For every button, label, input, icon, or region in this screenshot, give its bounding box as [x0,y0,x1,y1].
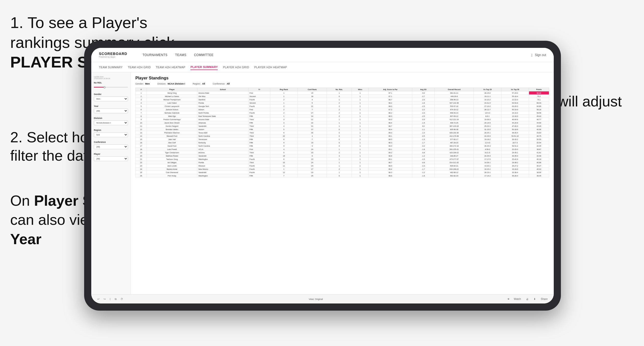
sidebar: Update time: 27/03/2024 16:56:26 No Rds. [91,72,131,294]
toolbar-view-label: View: Original [309,298,323,300]
table-row: 26 Petr Hruby Washington Fifth 7 25 0 1 … [136,174,549,177]
table-row: 18 Luke Powell UCLA First 4 24 1 1 69.1 … [136,148,549,151]
conference-select[interactable]: (All) [94,144,128,149]
copy-btn[interactable]: ⧉ [114,297,118,301]
sign-out-link[interactable]: Sign out [535,53,546,57]
player-select[interactable]: (All) [94,156,128,161]
table-row: 21 Taehoon Song Washington Fourth 6 23 1… [136,158,549,161]
sidebar-player: Player (All) [94,153,128,161]
brand-sub: Powered by dippd [99,56,115,58]
col-reg-rank: Reg Rank [270,88,298,91]
redo-btn[interactable]: ↪ [102,297,107,301]
table-row: 6 Jackson Koivun Auburn First 2 7 2 1 67… [136,108,549,111]
app-navbar: SCOREBOARD Powered by dippd TOURNAMENTS … [91,48,554,62]
filter-division: Division: NCAA Division I [158,82,185,85]
table-row: 9 Preston Summerhays Arizona State Third… [136,118,549,121]
table-row: 5 Christo Lamprecht Georgia Tech Fourth … [136,105,549,108]
sidebar-gender: Gender Men [94,93,128,101]
col-player: Player [147,88,197,91]
year-select[interactable]: (All) [94,108,128,113]
sub-nav-player-h2h-grid[interactable]: PLAYER H2H GRID [223,65,249,70]
table-row: 15 Jake Hall Tennessee Fifth 8 7 0 1 68.… [136,138,549,141]
print-btn[interactable]: 🖨 [525,297,530,301]
filter-gender: Gender: Men [135,82,150,85]
col-school: School [197,88,248,91]
conference-label: Conference [94,141,128,143]
division-label: Division [94,117,128,119]
sub-nav-team-summary[interactable]: TEAM SUMMARY [99,65,123,70]
col-conf-rank: Conf Rank [298,88,327,91]
sidebar-no-rds: No Rds. [94,81,128,89]
no-rds-slider[interactable] [94,85,128,89]
share-btn[interactable]: Share [540,297,549,301]
region-select[interactable]: N/A [94,132,128,137]
tablet-device: SCOREBOARD Powered by dippd TOURNAMENTS … [84,41,561,311]
tablet-screen: SCOREBOARD Powered by dippd TOURNAMENTS … [91,48,554,303]
division-select[interactable]: NCAA Division I [94,120,128,125]
col-vs25: Vs Top 25 [474,88,501,91]
nav-link-tournaments[interactable]: TOURNAMENTS [143,53,168,57]
bottom-toolbar: ↩ ↪ ⟨ ⧉ ⏱ View: Original 👁 Watch 🖨 ⬇ Sha… [91,294,554,303]
table-title: Player Standings [135,76,549,80]
filter-conference: Conference: All [213,82,230,85]
standings-table: # Player School Yr Reg Rank Conf Rank No… [135,88,549,177]
watch-btn[interactable]: Watch [513,297,522,301]
nav-right: | Sign out [532,53,546,57]
table-row: 14 Maxwell Ford North Carolina Third 22 … [136,134,549,138]
col-avg: Avg SG [412,88,435,91]
table-row: 17 David Ford North Carolina Fifth 9 3 0… [136,144,549,148]
sidebar-region: Region N/A [94,129,128,137]
back-btn[interactable]: ⟨ [109,297,112,301]
col-rank: # [136,88,147,91]
table-row: 10 Jacob Skov Olesen Arkansas Fifth 3 22… [136,121,549,124]
sub-navbar: TEAM SUMMARY TEAM H2H GRID TEAM H2H HEAT… [91,62,554,72]
col-vs50: Vs Top 50 [501,88,529,91]
toolbar-left: ↩ ↪ ⟨ ⧉ ⏱ [96,297,124,301]
nav-link-teams[interactable]: TEAMS [175,53,186,57]
gender-select[interactable]: Men [94,96,128,101]
sub-nav-team-h2h-grid[interactable]: TEAM H2H GRID [128,65,151,70]
col-overall: Overall Record [435,88,474,91]
col-adj-score: Adj. Score to Par [369,88,412,91]
brand-logo: SCOREBOARD Powered by dippd [99,52,127,58]
sidebar-division: Division NCAA Division I [94,117,128,125]
data-area: Player Standings Gender: Men Division: N… [131,72,554,294]
timer-btn[interactable]: ⏱ [120,297,124,301]
player-label: Player [94,153,128,155]
col-no-rds: No. Rds. [327,88,352,91]
table-row: 7 Nicholas Gabrelcik North Florida Fourt… [136,111,549,115]
table-row: 12 Brendan Valdes Auburn Fifth 5 37 0 1 … [136,128,549,131]
table-row: 8 Mats Ege East Tennessee State Fifth 1 … [136,115,549,118]
table-row: 1 Wenyi Ding Arizona State First 1 15 1 … [136,91,549,95]
table-row: 2 Michael Le Sasso Ole Miss Second 1 18 … [136,95,549,98]
table-row: 22 Ian Gilligan Florida Third 10 24 1 1 … [136,161,549,164]
update-time: Update time: 27/03/2024 16:56:26 [94,76,128,79]
toolbar-right: 👁 Watch 🖨 ⬇ Share [507,297,549,301]
brand-name: SCOREBOARD [99,52,127,56]
gender-label: Gender [94,93,128,95]
nav-link-committee[interactable]: COMMITTEE [194,53,214,57]
table-row: 20 Matthew Riedel Vanderbilt Fifth 19 8 … [136,154,549,158]
download-btn[interactable]: ⬇ [533,297,537,301]
sub-nav-player-summary[interactable]: PLAYER SUMMARY [190,64,218,70]
table-row: 19 Tiger Christensen Arizona Third 5 23 … [136,151,549,154]
sub-nav-player-h2h-heatmap[interactable]: PLAYER H2H HEATMAP [254,65,287,70]
table-row: 4 Luke Claton Florida Second 1 5 2 1 68.… [136,101,549,105]
undo-btn[interactable]: ↩ [96,297,100,301]
table-row: 16 Alex Goff Kentucky Fifth 9 19 0 1 68.… [136,141,549,144]
sidebar-year: Year (All) [94,105,128,113]
nav-links: TOURNAMENTS TEAMS COMMITTEE [143,53,213,57]
table-row: 25 Cole Sherwood Vanderbilt Fourth 12 23… [136,171,549,174]
col-wins: Wins [352,88,369,91]
watch-icon: 👁 [507,298,510,300]
table-row: 11 Gordon Sargent Vanderbilt Third 4 21 … [136,124,549,128]
table-row: 24 Bastien Amat New Mexico Fourth 1 27 2… [136,168,549,171]
sub-nav-team-h2h-heatmap[interactable]: TEAM H2H HEATMAP [156,65,185,70]
table-row: 3 Michael Thorbjornsen Stanford Fourth 2… [136,98,549,101]
tablet-outer-shell: SCOREBOARD Powered by dippd TOURNAMENTS … [84,41,561,311]
pipe-separator: | [532,53,532,57]
col-yr: Yr [248,88,270,91]
main-content: Update time: 27/03/2024 16:56:26 No Rds. [91,72,554,294]
year-label: Year [94,105,128,107]
region-label: Region [94,129,128,131]
